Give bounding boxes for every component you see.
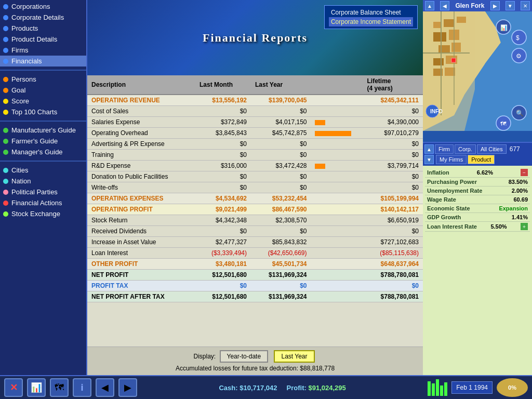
taskbar-icon-back[interactable]: ◀ xyxy=(96,378,114,397)
sidebar-item-persons[interactable]: Persons xyxy=(0,74,86,85)
cell-bar xyxy=(311,259,363,270)
cell-description: Donation to Public Facilities xyxy=(87,171,195,182)
taskbar-icon-chart[interactable]: 📊 xyxy=(27,378,46,397)
cell-lifetime: $97,010,279 xyxy=(363,128,423,139)
svg-text:$: $ xyxy=(516,34,520,42)
svg-rect-9 xyxy=(438,45,450,54)
sidebar-item-score[interactable]: Score xyxy=(0,96,86,107)
farmer-guide-dot xyxy=(3,139,8,144)
sidebar-item-products[interactable]: Products xyxy=(0,23,86,34)
cell-col1: $9,021,499 xyxy=(195,204,251,215)
profit-label: Profit: xyxy=(287,384,307,392)
firm-btn[interactable]: Firm xyxy=(435,144,454,154)
inflation-minus-btn[interactable]: − xyxy=(521,169,528,176)
stat-purchasing-power: Purchasing Power 83.50% xyxy=(425,178,530,187)
financials-dot xyxy=(3,59,8,64)
goal-dot xyxy=(3,88,8,93)
cell-lifetime: $0 xyxy=(363,182,423,193)
product-details-dot xyxy=(3,37,8,42)
cell-col1: ($3,339,494) xyxy=(195,248,251,259)
display-btn-last-year[interactable]: Last Year xyxy=(274,350,314,363)
map-scroll-up[interactable]: ▲ xyxy=(425,1,434,10)
cell-description: Operating Overhead xyxy=(87,128,195,139)
sidebar-item-top100[interactable]: Top 100 Charts xyxy=(0,107,86,117)
corp-balance-sheet-option[interactable]: Corporate Balance Sheet xyxy=(329,8,413,17)
sidebar-label-manager-guide: Manager's Guide xyxy=(11,148,63,156)
sidebar-item-manager-guide[interactable]: Manager's Guide xyxy=(0,147,86,157)
cell-lifetime: ($85,115,638) xyxy=(363,248,423,259)
loan-plus-btn[interactable]: + xyxy=(521,223,528,230)
cell-bar xyxy=(311,171,363,182)
sidebar-item-corporations[interactable]: Corporations xyxy=(0,1,86,12)
cell-bar xyxy=(311,215,363,226)
sidebar-item-product-details[interactable]: Product Details xyxy=(0,34,86,45)
nav-up-btn[interactable]: ▲ xyxy=(424,144,434,154)
sidebar-item-financials[interactable]: Financials xyxy=(0,56,86,66)
sidebar-item-political[interactable]: Political Parties xyxy=(0,187,86,197)
sidebar-item-firms[interactable]: Firms xyxy=(0,45,86,56)
cell-col2: $2,308,570 xyxy=(251,215,311,226)
table-row: Stock Return$4,342,348$2,308,570$6,650,9… xyxy=(87,215,423,226)
sidebar-divider-3 xyxy=(0,161,86,162)
sidebar-label-products: Products xyxy=(11,24,38,32)
financial-table: Description Last Month Last Year Lifetim… xyxy=(87,75,423,302)
sidebar-item-financial-actions[interactable]: Financial Actions xyxy=(0,197,86,208)
sidebar-item-corporate-details[interactable]: Corporate Details xyxy=(0,12,86,23)
wage-rate-value: 60.69 xyxy=(513,196,528,203)
taskbar-icon-x[interactable]: ✕ xyxy=(4,378,23,397)
table-row: OPERATING EXPENSES$4,534,692$53,232,454$… xyxy=(87,193,423,204)
map-scroll-right[interactable]: ▶ xyxy=(490,1,500,10)
product-btn[interactable]: Product xyxy=(468,155,495,164)
cell-col1: $3,845,843 xyxy=(195,128,251,139)
corp-income-statement-option[interactable]: Corporate Income Statement xyxy=(329,17,413,26)
cell-col1: $0 xyxy=(195,171,251,182)
col-last-year: Last Year xyxy=(251,75,311,95)
table-row: NET PROFIT$12,501,680$131,969,324$788,78… xyxy=(87,270,423,281)
taskbar-icon-info[interactable]: i xyxy=(73,378,91,397)
cell-description: NET PROFIT xyxy=(87,270,195,281)
map-content[interactable]: INFO $ 📊 ⚙ 🔍 🗺 xyxy=(423,11,532,131)
col-last-month: Last Month xyxy=(195,75,251,95)
taskbar-icon-map[interactable]: 🗺 xyxy=(50,378,69,397)
table-row: OPERATING PROFIT$9,021,499$86,467,590$14… xyxy=(87,204,423,215)
map-close-btn[interactable]: ✕ xyxy=(521,1,530,10)
map-scroll-left[interactable]: ◀ xyxy=(440,1,449,10)
cell-lifetime: $727,102,683 xyxy=(363,237,423,248)
top100-dot xyxy=(3,110,8,115)
sidebar-item-goal[interactable]: Goal xyxy=(0,85,86,96)
cell-col2: $45,501,734 xyxy=(251,259,311,270)
sidebar-item-cities[interactable]: Cities xyxy=(0,165,86,176)
cell-col1: $316,000 xyxy=(195,161,251,171)
gdp-growth-value: 1.41% xyxy=(512,214,528,220)
bar-4 xyxy=(440,385,443,396)
sidebar-item-mfg-guide[interactable]: Manufacturer's Guide xyxy=(0,125,86,136)
cell-col1: $12,501,680 xyxy=(195,291,251,302)
map-scroll-down[interactable]: ▼ xyxy=(506,1,515,10)
svg-rect-5 xyxy=(444,19,454,27)
my-firms-btn[interactable]: My Firms xyxy=(436,155,467,164)
all-cities-btn[interactable]: All Cities xyxy=(477,144,507,154)
cell-bar xyxy=(311,117,363,128)
cell-bar xyxy=(311,161,363,171)
nav-down-btn[interactable]: ▼ xyxy=(424,155,434,164)
corp-btn[interactable]: Corp. xyxy=(455,144,476,154)
eco-value: 0% xyxy=(508,384,516,391)
cell-col1: $0 xyxy=(195,182,251,193)
mfg-guide-dot xyxy=(3,128,8,133)
cell-col2: $0 xyxy=(251,106,311,117)
corporations-dot xyxy=(3,4,8,9)
display-btn-ytd[interactable]: Year-to-date xyxy=(220,350,269,363)
sidebar-item-nation[interactable]: Nation xyxy=(0,176,86,187)
cell-lifetime: $0 xyxy=(363,139,423,150)
cell-description: PROFIT TAX xyxy=(87,281,195,291)
sidebar-item-farmer-guide[interactable]: Farmer's Guide xyxy=(0,136,86,147)
taskbar-icon-forward[interactable]: ▶ xyxy=(118,378,137,397)
app: Corporations Corporate Details Products … xyxy=(0,0,532,399)
sidebar-item-stock-exchange[interactable]: Stock Exchange xyxy=(0,208,86,219)
date-display: Feb 1 1994 xyxy=(451,381,493,394)
economic-state-label: Economic State xyxy=(427,205,470,211)
cell-description: Received Dividends xyxy=(87,226,195,237)
cell-bar xyxy=(311,182,363,193)
firms-dot xyxy=(3,48,8,53)
corporate-details-dot xyxy=(3,15,8,20)
